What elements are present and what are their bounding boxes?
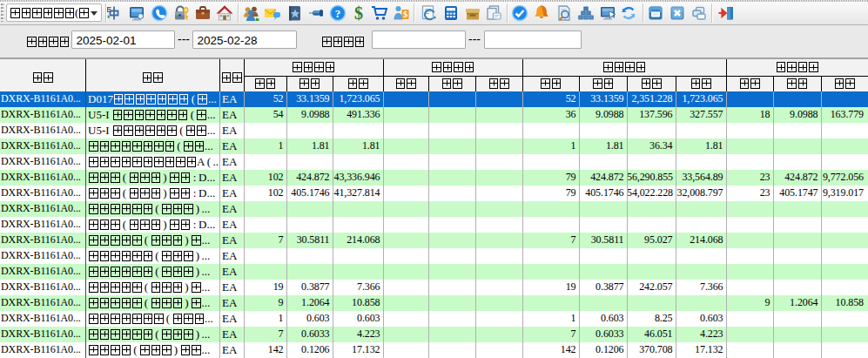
svg-text:$: $ [403,10,407,19]
svg-text:?: ? [335,7,341,20]
svg-text:$: $ [354,4,363,22]
